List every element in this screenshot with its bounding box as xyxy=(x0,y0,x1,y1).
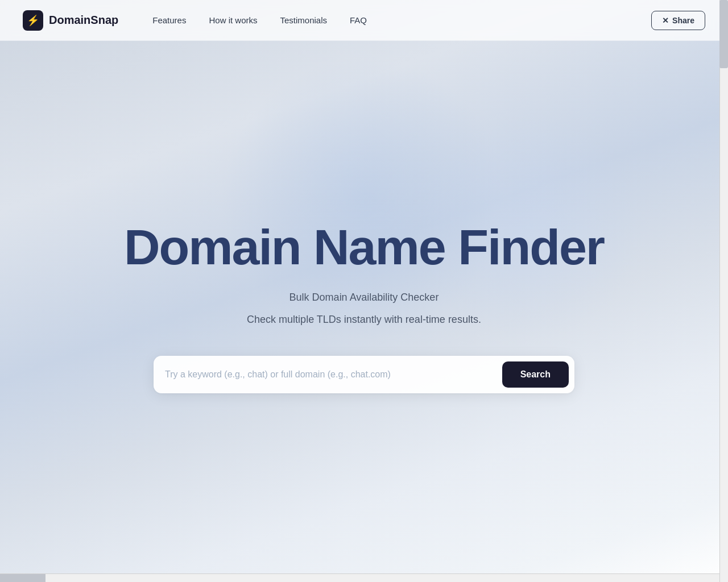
nav-logo[interactable]: ⚡ DomainSnap xyxy=(23,10,118,31)
hero-title: Domain Name Finder xyxy=(124,221,604,273)
x-icon: ✕ xyxy=(662,16,669,25)
nav-right: ✕ Share xyxy=(651,11,705,30)
search-button[interactable]: Search xyxy=(502,361,569,388)
logo-icon: ⚡ xyxy=(23,10,43,31)
hero-subtitle-1: Bulk Domain Availability Checker xyxy=(289,289,439,306)
hero-section: Domain Name Finder Bulk Domain Availabil… xyxy=(0,41,728,573)
share-button[interactable]: ✕ Share xyxy=(651,11,705,30)
nav-link-features[interactable]: Features xyxy=(152,15,186,25)
share-label: Share xyxy=(672,16,694,25)
search-input[interactable] xyxy=(165,365,497,384)
nav-link-how-it-works[interactable]: How it works xyxy=(209,15,257,25)
scrollbar-bottom-track[interactable] xyxy=(0,573,719,582)
scrollbar-thumb[interactable] xyxy=(719,0,728,68)
brand-name: DomainSnap xyxy=(49,14,118,27)
search-bar: Search xyxy=(154,356,574,393)
scrollbar-bottom-thumb[interactable] xyxy=(0,574,46,582)
navbar: ⚡ DomainSnap Features How it works Testi… xyxy=(0,0,728,41)
scrollbar-track[interactable] xyxy=(719,0,728,582)
nav-links: Features How it works Testimonials FAQ xyxy=(152,15,651,25)
hero-subtitle-2: Check multiple TLDs instantly with real-… xyxy=(247,311,481,328)
nav-link-faq[interactable]: FAQ xyxy=(350,15,367,25)
nav-link-testimonials[interactable]: Testimonials xyxy=(280,15,327,25)
